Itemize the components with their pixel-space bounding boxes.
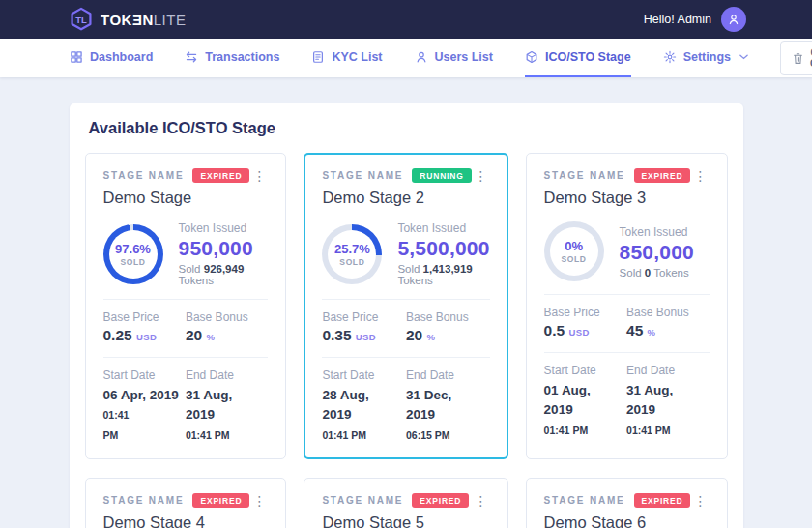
start-date-value: 01 Aug, 2019 01:41 PM [544, 381, 621, 440]
grid-icon [70, 50, 83, 64]
nav-item-settings[interactable]: Settings [663, 39, 748, 77]
sold-percent: 0% [565, 239, 583, 253]
currency-unit: USD [136, 332, 157, 342]
stage-name-label: STAGE NAME [544, 495, 625, 506]
status-badge: EXPIRED [412, 493, 469, 508]
brand-name: TOKƎNLITE [101, 12, 186, 28]
stage-card: STAGE NAME EXPIRED ⋮ Demo Stage 4 0% SOL… [85, 478, 287, 528]
nav-item-dashboard[interactable]: Dashboard [70, 39, 153, 77]
token-issued-label: Token Issued [397, 221, 489, 235]
main-nav: Dashboard Transactions KYC List Users Li… [0, 39, 812, 77]
kebab-menu-icon[interactable]: ⋮ [692, 169, 710, 183]
sold-caption: SOLD [120, 257, 145, 267]
trash-icon [793, 52, 803, 65]
status-badge: EXPIRED [634, 168, 691, 183]
percent-unit: % [427, 332, 436, 342]
stage-title: Demo Stage 3 [544, 189, 710, 207]
nav-item-users-list[interactable]: Users List [415, 39, 493, 77]
user-icon [415, 50, 428, 64]
kebab-menu-icon[interactable]: ⋮ [692, 494, 710, 508]
kebab-menu-icon[interactable]: ⋮ [473, 494, 490, 508]
greeting-text: Hello! Admin [644, 13, 711, 26]
stage-title: Demo Stage 5 [322, 513, 489, 528]
stage-card: STAGE NAME RUNNING ⋮ Demo Stage 2 25.7% … [304, 153, 508, 459]
cube-icon [525, 50, 538, 64]
end-date-label: End Date [626, 364, 703, 377]
start-date-label: Start Date [103, 368, 180, 382]
base-bonus-label: Base Bonus [406, 310, 484, 324]
status-badge: EXPIRED [192, 168, 249, 183]
token-issued-value: 5,500,000 [397, 237, 489, 260]
nav-item-ico-sto-stage[interactable]: ICO/STO Stage [525, 39, 631, 77]
token-issued-value: 950,000 [179, 237, 269, 260]
sold-caption: SOLD [562, 254, 587, 264]
token-issued-value: 850,000 [620, 241, 694, 264]
kebab-menu-icon[interactable]: ⋮ [473, 169, 490, 183]
sold-count: 926,949 [204, 263, 245, 275]
end-date-value: 31 Aug, 2019 01:41 PM [626, 381, 703, 440]
base-price-value: 0.35 USD [322, 327, 400, 344]
currency-unit: USD [568, 327, 589, 337]
start-date-value: 06 Apr, 2019 01:41PM [103, 386, 180, 445]
stage-name-label: STAGE NAME [322, 170, 403, 181]
kebab-menu-icon[interactable]: ⋮ [250, 169, 268, 183]
svg-text:TL: TL [75, 15, 87, 25]
base-bonus-label: Base Bonus [626, 306, 703, 319]
stage-card: STAGE NAME EXPIRED ⋮ Demo Stage 6 0% SOL… [526, 478, 728, 528]
stage-name-label: STAGE NAME [103, 495, 185, 506]
clear-cache-button[interactable]: CLEAR CACHE [780, 41, 812, 75]
sold-caption: SOLD [339, 257, 364, 267]
nav-label: Dashboard [90, 50, 153, 64]
sold-percent: 25.7% [334, 242, 370, 256]
sold-progress-ring: 25.7% SOLD [322, 224, 382, 284]
percent-unit: % [648, 327, 656, 337]
base-price-label: Base Price [544, 306, 621, 319]
nav-label: Settings [683, 50, 731, 64]
stage-title: Demo Stage [103, 189, 269, 207]
end-date-label: End Date [406, 368, 484, 382]
base-price-value: 0.25 USD [103, 327, 180, 344]
status-badge: EXPIRED [192, 493, 249, 508]
top-header-bar: TL TOKƎNLITE Hello! Admin [0, 0, 812, 39]
stage-title: Demo Stage 6 [544, 513, 710, 528]
base-price-label: Base Price [322, 310, 400, 324]
kebab-menu-icon[interactable]: ⋮ [250, 494, 268, 508]
user-avatar[interactable] [721, 7, 746, 32]
percent-unit: % [207, 332, 216, 342]
stage-title: Demo Stage 2 [322, 189, 489, 207]
end-date-value: 31 Aug, 2019 01:41 PM [186, 386, 262, 445]
nav-label: Users List [435, 50, 493, 64]
end-date-label: End Date [186, 368, 262, 382]
cards-grid: STAGE NAME EXPIRED ⋮ Demo Stage 97.6% SO… [85, 153, 728, 528]
chevron-down-icon [740, 54, 748, 60]
status-badge: RUNNING [412, 168, 471, 183]
sold-progress-ring: 97.6% SOLD [103, 224, 163, 284]
sold-tokens-line: Sold 0 Tokens [620, 267, 694, 279]
person-icon [727, 13, 740, 26]
nav-label: KYC List [332, 50, 382, 64]
gear-icon [663, 50, 677, 64]
stage-name-label: STAGE NAME [103, 170, 185, 181]
sold-percent: 97.6% [115, 242, 151, 256]
stage-card: STAGE NAME EXPIRED ⋮ Demo Stage 97.6% SO… [85, 153, 287, 459]
tokenlite-cube-logo-icon: TL [70, 7, 93, 32]
start-date-value: 28 Aug, 2019 01:41 PM [322, 386, 400, 445]
document-list-icon [311, 50, 325, 64]
token-issued-label: Token Issued [179, 221, 269, 235]
nav-item-kyc-list[interactable]: KYC List [311, 39, 382, 77]
swap-arrows-icon [185, 50, 198, 64]
start-date-label: Start Date [322, 368, 400, 382]
nav-label: ICO/STO Stage [545, 50, 631, 64]
base-bonus-value: 20 % [186, 327, 262, 344]
content-panel: Available ICO/STO Stage STAGE NAME EXPIR… [70, 103, 743, 528]
stage-card: STAGE NAME EXPIRED ⋮ Demo Stage 3 0% SOL… [526, 153, 728, 459]
nav-item-transactions[interactable]: Transactions [185, 39, 279, 77]
sold-count: 0 [645, 267, 651, 279]
end-date-value: 31 Dec, 2019 06:15 PM [406, 386, 484, 445]
base-price-value: 0.5 USD [544, 322, 621, 339]
stage-name-label: STAGE NAME [544, 170, 625, 181]
nav-label: Transactions [205, 50, 279, 64]
brand-logo[interactable]: TL TOKƎNLITE [70, 7, 186, 32]
page-title: Available ICO/STO Stage [89, 119, 724, 137]
status-badge: EXPIRED [634, 493, 691, 508]
